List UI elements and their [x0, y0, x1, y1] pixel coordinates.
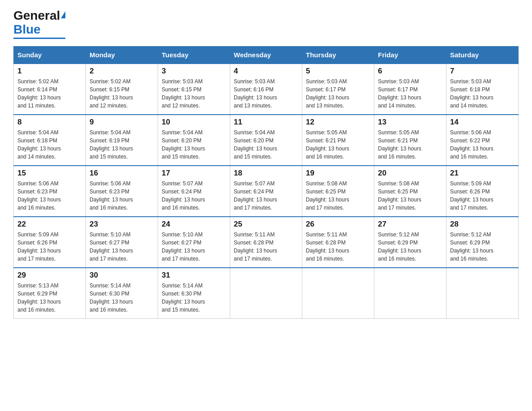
day-info: Sunrise: 5:06 AMSunset: 6:22 PMDaylight:… — [450, 128, 515, 161]
day-number: 30 — [90, 271, 154, 280]
day-info: Sunrise: 5:11 AMSunset: 6:28 PMDaylight:… — [306, 231, 370, 263]
header-tuesday: Tuesday — [158, 46, 230, 64]
calendar-cell: 31 Sunrise: 5:14 AMSunset: 6:30 PMDaylig… — [158, 268, 230, 319]
day-number: 4 — [234, 67, 298, 76]
day-number: 23 — [90, 220, 154, 229]
calendar-cell: 8 Sunrise: 5:04 AMSunset: 6:18 PMDayligh… — [14, 115, 86, 166]
calendar-cell: 9 Sunrise: 5:04 AMSunset: 6:19 PMDayligh… — [86, 115, 158, 166]
day-number: 18 — [234, 169, 298, 178]
day-number: 8 — [17, 118, 82, 127]
day-info: Sunrise: 5:11 AMSunset: 6:28 PMDaylight:… — [234, 231, 298, 263]
day-number: 7 — [450, 67, 515, 76]
calendar-cell: 7 Sunrise: 5:03 AMSunset: 6:18 PMDayligh… — [446, 64, 519, 115]
header-friday: Friday — [374, 46, 446, 64]
day-number: 9 — [90, 118, 154, 127]
day-info: Sunrise: 5:08 AMSunset: 6:25 PMDaylight:… — [378, 180, 442, 212]
header-wednesday: Wednesday — [230, 46, 302, 64]
calendar-cell: 29 Sunrise: 5:13 AMSunset: 6:29 PMDaylig… — [14, 268, 86, 319]
header-saturday: Saturday — [446, 46, 519, 64]
calendar-cell: 5 Sunrise: 5:03 AMSunset: 6:17 PMDayligh… — [302, 64, 374, 115]
calendar-cell: 4 Sunrise: 5:03 AMSunset: 6:16 PMDayligh… — [230, 64, 302, 115]
logo-text: General Blue — [13, 9, 65, 37]
header-monday: Monday — [86, 46, 158, 64]
day-info: Sunrise: 5:04 AMSunset: 6:18 PMDaylight:… — [17, 128, 82, 161]
day-info: Sunrise: 5:02 AMSunset: 6:14 PMDaylight:… — [17, 77, 82, 110]
header-row: SundayMondayTuesdayWednesdayThursdayFrid… — [14, 46, 519, 64]
calendar-cell: 13 Sunrise: 5:05 AMSunset: 6:21 PMDaylig… — [374, 115, 446, 166]
day-info: Sunrise: 5:03 AMSunset: 6:16 PMDaylight:… — [234, 77, 298, 110]
day-number: 19 — [306, 169, 370, 178]
header-thursday: Thursday — [302, 46, 374, 64]
logo-general: General — [13, 9, 60, 22]
calendar-cell: 24 Sunrise: 5:10 AMSunset: 6:27 PMDaylig… — [158, 217, 230, 268]
calendar-cell: 21 Sunrise: 5:09 AMSunset: 6:26 PMDaylig… — [446, 166, 519, 217]
calendar-cell: 28 Sunrise: 5:12 AMSunset: 6:29 PMDaylig… — [446, 217, 519, 268]
day-info: Sunrise: 5:04 AMSunset: 6:19 PMDaylight:… — [90, 128, 154, 161]
day-info: Sunrise: 5:06 AMSunset: 6:23 PMDaylight:… — [17, 180, 82, 212]
calendar-cell — [446, 268, 519, 319]
day-info: Sunrise: 5:13 AMSunset: 6:29 PMDaylight:… — [17, 282, 82, 314]
day-number: 3 — [162, 67, 226, 76]
calendar-cell: 3 Sunrise: 5:03 AMSunset: 6:15 PMDayligh… — [158, 64, 230, 115]
day-info: Sunrise: 5:09 AMSunset: 6:26 PMDaylight:… — [450, 180, 515, 212]
calendar-cell — [374, 268, 446, 319]
calendar-cell: 19 Sunrise: 5:08 AMSunset: 6:25 PMDaylig… — [302, 166, 374, 217]
calendar-cell: 30 Sunrise: 5:14 AMSunset: 6:30 PMDaylig… — [86, 268, 158, 319]
logo-blue: Blue — [13, 22, 41, 36]
day-info: Sunrise: 5:12 AMSunset: 6:29 PMDaylight:… — [378, 231, 442, 263]
day-number: 11 — [234, 118, 298, 127]
page-header: General Blue — [13, 9, 519, 39]
day-info: Sunrise: 5:03 AMSunset: 6:17 PMDaylight:… — [306, 77, 370, 110]
calendar-cell: 1 Sunrise: 5:02 AMSunset: 6:14 PMDayligh… — [14, 64, 86, 115]
day-info: Sunrise: 5:09 AMSunset: 6:26 PMDaylight:… — [17, 231, 82, 263]
calendar-cell: 12 Sunrise: 5:05 AMSunset: 6:21 PMDaylig… — [302, 115, 374, 166]
day-info: Sunrise: 5:14 AMSunset: 6:30 PMDaylight:… — [162, 282, 226, 314]
calendar-cell — [230, 268, 302, 319]
calendar-cell: 23 Sunrise: 5:10 AMSunset: 6:27 PMDaylig… — [86, 217, 158, 268]
day-number: 25 — [234, 220, 298, 229]
calendar-cell: 27 Sunrise: 5:12 AMSunset: 6:29 PMDaylig… — [374, 217, 446, 268]
logo: General Blue — [13, 9, 65, 39]
day-number: 31 — [162, 271, 226, 280]
day-info: Sunrise: 5:10 AMSunset: 6:27 PMDaylight:… — [162, 231, 226, 263]
calendar-table: SundayMondayTuesdayWednesdayThursdayFrid… — [13, 46, 519, 319]
calendar-cell: 16 Sunrise: 5:06 AMSunset: 6:23 PMDaylig… — [86, 166, 158, 217]
day-number: 28 — [450, 220, 515, 229]
calendar-cell: 10 Sunrise: 5:04 AMSunset: 6:20 PMDaylig… — [158, 115, 230, 166]
day-number: 17 — [162, 169, 226, 178]
calendar-cell: 11 Sunrise: 5:04 AMSunset: 6:20 PMDaylig… — [230, 115, 302, 166]
day-number: 6 — [378, 67, 442, 76]
week-row-2: 8 Sunrise: 5:04 AMSunset: 6:18 PMDayligh… — [14, 115, 519, 166]
day-number: 2 — [90, 67, 154, 76]
calendar-cell: 18 Sunrise: 5:07 AMSunset: 6:24 PMDaylig… — [230, 166, 302, 217]
calendar-body: 1 Sunrise: 5:02 AMSunset: 6:14 PMDayligh… — [14, 64, 519, 319]
day-info: Sunrise: 5:06 AMSunset: 6:23 PMDaylight:… — [90, 180, 154, 212]
day-info: Sunrise: 5:14 AMSunset: 6:30 PMDaylight:… — [90, 282, 154, 314]
calendar-cell: 20 Sunrise: 5:08 AMSunset: 6:25 PMDaylig… — [374, 166, 446, 217]
day-info: Sunrise: 5:03 AMSunset: 6:18 PMDaylight:… — [450, 77, 515, 110]
day-info: Sunrise: 5:04 AMSunset: 6:20 PMDaylight:… — [162, 128, 226, 161]
calendar-cell: 22 Sunrise: 5:09 AMSunset: 6:26 PMDaylig… — [14, 217, 86, 268]
calendar-cell: 26 Sunrise: 5:11 AMSunset: 6:28 PMDaylig… — [302, 217, 374, 268]
day-info: Sunrise: 5:05 AMSunset: 6:21 PMDaylight:… — [306, 128, 370, 161]
day-info: Sunrise: 5:08 AMSunset: 6:25 PMDaylight:… — [306, 180, 370, 212]
day-number: 26 — [306, 220, 370, 229]
calendar-cell — [302, 268, 374, 319]
calendar-cell: 2 Sunrise: 5:02 AMSunset: 6:15 PMDayligh… — [86, 64, 158, 115]
calendar-cell: 15 Sunrise: 5:06 AMSunset: 6:23 PMDaylig… — [14, 166, 86, 217]
day-number: 24 — [162, 220, 226, 229]
day-info: Sunrise: 5:03 AMSunset: 6:15 PMDaylight:… — [162, 77, 226, 110]
day-number: 22 — [17, 220, 82, 229]
day-number: 12 — [306, 118, 370, 127]
day-number: 27 — [378, 220, 442, 229]
calendar-header: SundayMondayTuesdayWednesdayThursdayFrid… — [14, 46, 519, 64]
day-info: Sunrise: 5:07 AMSunset: 6:24 PMDaylight:… — [162, 180, 226, 212]
calendar-cell: 6 Sunrise: 5:03 AMSunset: 6:17 PMDayligh… — [374, 64, 446, 115]
day-info: Sunrise: 5:07 AMSunset: 6:24 PMDaylight:… — [234, 180, 298, 212]
day-number: 5 — [306, 67, 370, 76]
calendar-cell: 25 Sunrise: 5:11 AMSunset: 6:28 PMDaylig… — [230, 217, 302, 268]
day-number: 14 — [450, 118, 515, 127]
day-number: 29 — [17, 271, 82, 280]
day-number: 21 — [450, 169, 515, 178]
day-info: Sunrise: 5:03 AMSunset: 6:17 PMDaylight:… — [378, 77, 442, 110]
